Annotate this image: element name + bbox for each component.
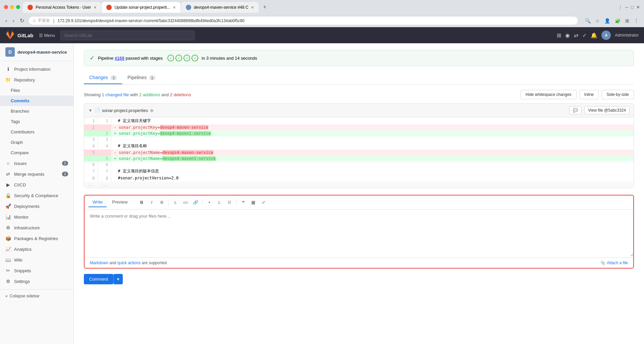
ordered-list-btn[interactable]: 1. [171,198,180,207]
issues-btn[interactable]: ◉ [565,32,570,39]
sidebar-item-repository[interactable]: 📁 Repository [0,74,73,85]
attach-file-btn[interactable]: 📎 Attach a file [600,261,628,265]
refresh-btn[interactable]: ↻ [18,16,25,25]
back-btn[interactable]: ‹ [4,16,8,25]
fullscreen-btn[interactable]: ⤢ [259,198,268,207]
blockquote-btn[interactable]: ❝ [238,198,248,207]
sidebar-item-project-info[interactable]: ℹ Project information [0,64,73,74]
sidebar-item-monitor[interactable]: 📊 Monitor [0,212,73,222]
search-icon-btn[interactable]: 🔍 [584,17,592,25]
side-by-side-btn[interactable]: Side-by-side [601,90,634,99]
tab-pipelines[interactable]: Pipelines 1 [122,71,161,84]
pipeline-link[interactable]: #169 [115,56,124,61]
sidebar-item-cicd[interactable]: ▶ CI/CD [0,179,73,190]
sidebar-item-contributors[interactable]: Contributors [0,127,73,137]
pipeline-time: in 3 minutes and 14 seconds [202,56,257,61]
view-file-btn[interactable]: View file @5abc3324 [584,106,630,114]
markdown-link[interactable]: Markdown [90,261,108,265]
pipelines-count: 1 [149,75,155,80]
new-tab-btn[interactable]: + [259,1,270,13]
diff-table: 1 1 # 定义项目关键字 2 - sonar.projectKey=devop… [84,117,634,188]
comment-write-tab[interactable]: Write [89,197,107,207]
sidebar-item-packages[interactable]: 📦 Packages & Registries [0,233,73,244]
browser-tab-2[interactable]: Update sonar-project.properti... × [102,2,180,13]
tab-close-1[interactable]: × [94,5,96,10]
maximize-window-btn[interactable] [16,5,20,9]
create-btn[interactable]: ⊞ [557,32,561,39]
bookmark-btn[interactable]: ☆ [594,17,601,25]
table-btn[interactable]: ▦ [249,198,258,207]
inline-view-btn[interactable]: Inline [579,90,599,99]
file-diff: ▼ 📄 sonar-project.properties ⊕ 💬 View fi… [84,103,634,188]
gitlab-app: GitLab ☰ Menu ⊞ ◉ ⇄ ✓ 🔔 A Administrator … [0,27,644,344]
profile-btn[interactable]: 👤 [603,17,611,25]
restore-btn[interactable]: □ [631,5,634,10]
bullet-list-btn[interactable]: • [205,198,214,207]
comment-submit-btn[interactable]: Comment [84,274,113,284]
comment-diff-btn[interactable]: 💬 [569,106,582,114]
table-row: 5 + sonar.projectName=devops4-maven1-ser… [84,156,634,162]
notifications-btn[interactable]: 🔔 [591,32,597,39]
code-btn[interactable]: </> [181,198,190,207]
sidebar-item-tags[interactable]: Tags [0,116,73,127]
browser-tab-1[interactable]: Personal Access Tokens · User × [23,2,101,13]
format-sep-1 [168,199,169,206]
sidebar-item-snippets[interactable]: ✂ Snippets [0,265,73,276]
strikethrough-btn[interactable]: S [157,198,166,207]
sidebar-item-commits[interactable]: Commits [0,96,73,106]
analytics-label: Analytics [14,247,32,252]
sidebar-item-merge-requests[interactable]: ⇄ Merge requests 0 [0,169,73,179]
search-input[interactable] [60,31,195,40]
italic-btn[interactable]: I [147,198,156,207]
tab-close-2[interactable]: × [173,5,175,10]
extensions-btn[interactable]: 🧩 [613,17,622,25]
sidebar-item-security[interactable]: 🔒 Security & Compliance [0,190,73,201]
sidebar-item-compare[interactable]: Compare [0,148,73,158]
task-list-btn[interactable]: ☑ [225,198,234,207]
mrs-btn[interactable]: ⇄ [574,32,578,39]
sidebar-item-issues[interactable]: ○ Issues 0 [0,158,73,169]
link-btn[interactable]: 🔗 [191,198,200,207]
user-avatar[interactable]: A [601,31,611,40]
close-btn[interactable]: ✕ [636,5,640,10]
monitor-label: Monitor [14,215,29,220]
deletions-link[interactable]: 2 deletions [170,92,191,97]
address-bar[interactable]: ⚠ 不安全 | 172.29.9.101/devops4/devops4-mav… [28,16,578,25]
copy-path-btn[interactable]: ⊕ [150,108,154,113]
quick-actions-link[interactable]: quick actions [117,261,141,265]
browser-tab-3[interactable]: devops4-maven-service #48 C × [181,2,259,13]
minimize-window-btn[interactable] [10,5,14,9]
menu-btn[interactable]: ☰ Menu [39,33,55,38]
sidebar-item-files[interactable]: Files [0,85,73,96]
collapse-sidebar-btn[interactable]: « Collapse sidebar [0,289,73,302]
sidebar-item-settings[interactable]: ⚙ Settings [0,276,73,287]
line-content: # 定义项目关键字 [111,117,634,124]
sidebar-toggle-btn[interactable]: ⊞ [624,17,631,25]
sidebar-item-branches[interactable]: Branches [0,106,73,116]
tab-list-btn[interactable]: ⋮ [618,5,623,10]
comment-dropdown-btn[interactable]: ▾ [113,274,123,284]
hide-whitespace-btn[interactable]: Hide whitespace changes [521,90,577,99]
more-btn[interactable]: ⋮ [633,17,640,25]
sidebar-item-analytics[interactable]: 📈 Analytics [0,244,73,254]
table-row: 4 4 # 定义项目名称 [84,142,634,150]
bold-btn[interactable]: B [137,198,146,207]
close-window-btn[interactable] [4,5,8,9]
comment-textarea[interactable] [85,210,633,256]
collapse-diff-btn[interactable]: ▼ [88,108,93,113]
forward-btn[interactable]: › [11,16,15,25]
sidebar-item-graph[interactable]: Graph [0,137,73,148]
new-line-num: 1 [98,117,111,124]
minimize-btn[interactable]: ─ [625,5,628,10]
tab-changes[interactable]: Changes 1 [84,71,122,84]
tab-close-3[interactable]: × [251,5,254,10]
sidebar-item-infrastructure[interactable]: ⚙ Infrastructure [0,222,73,233]
num-list-btn[interactable]: 1. [215,198,224,207]
additions-link[interactable]: 2 additions [139,92,160,97]
todos-btn[interactable]: ✓ [582,32,587,39]
changed-file-link[interactable]: 1 changed file [102,92,129,97]
sidebar-item-wiki[interactable]: 📖 Wiki [0,254,73,265]
sidebar-item-deployments[interactable]: 🚀 Deployments [0,201,73,212]
comment-preview-tab[interactable]: Preview [108,197,131,207]
markdown-info: Markdown and quick actions are supported [90,261,167,265]
